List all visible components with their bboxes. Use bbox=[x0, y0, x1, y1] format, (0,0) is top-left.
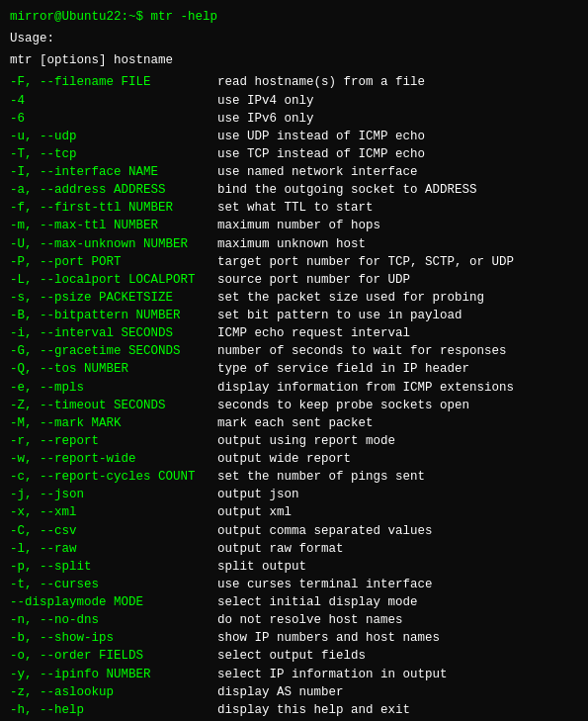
option-flag: -y, --ipinfo NUMBER bbox=[10, 666, 217, 683]
usage-cmd: mtr [options] hostname bbox=[10, 51, 578, 69]
option-desc: use UDP instead of ICMP echo bbox=[217, 128, 578, 145]
option-line: -I, --interface NAMEuse named network in… bbox=[10, 163, 578, 181]
option-flag: -T, --tcp bbox=[10, 145, 217, 163]
option-line: -4use IPv4 only bbox=[10, 92, 578, 110]
option-line: -L, --localport LOCALPORTsource port num… bbox=[10, 271, 578, 289]
option-flag: -F, --filename FILE bbox=[10, 73, 217, 91]
usage-header: Usage: bbox=[10, 30, 578, 47]
options-list: -F, --filename FILEread hostname(s) from… bbox=[10, 73, 578, 721]
option-flag: -e, --mpls bbox=[10, 379, 217, 397]
prompt-header: mirror@Ubuntu22:~$ mtr -help bbox=[10, 8, 578, 26]
option-line: -r, --reportoutput using report mode bbox=[10, 432, 578, 450]
option-line: --displaymode MODEselect initial display… bbox=[10, 593, 578, 611]
option-line: -o, --order FIELDSselect output fields bbox=[10, 647, 578, 665]
option-desc: set what TTL to start bbox=[217, 199, 578, 217]
option-line: -C, --csvoutput comma separated values bbox=[10, 522, 578, 540]
option-flag: -l, --raw bbox=[10, 540, 217, 558]
option-flag: -u, --udp bbox=[10, 128, 217, 145]
option-line: -T, --tcpuse TCP instead of ICMP echo bbox=[10, 145, 578, 163]
option-line: -m, --max-ttl NUMBERmaximum number of ho… bbox=[10, 217, 578, 234]
option-flag: -r, --report bbox=[10, 432, 217, 450]
option-flag: -Z, --timeout SECONDS bbox=[10, 397, 217, 414]
option-desc: use IPv6 only bbox=[217, 110, 578, 128]
option-flag: -C, --csv bbox=[10, 522, 217, 540]
option-desc: split output bbox=[217, 558, 578, 576]
option-line: -B, --bitpattern NUMBERset bit pattern t… bbox=[10, 307, 578, 324]
option-desc: type of service field in IP header bbox=[217, 360, 578, 378]
option-flag: -P, --port PORT bbox=[10, 253, 217, 271]
option-line: -U, --max-unknown NUMBERmaximum unknown … bbox=[10, 235, 578, 253]
option-line: -b, --show-ipsshow IP numbers and host n… bbox=[10, 629, 578, 647]
option-line: -M, --mark MARKmark each sent packet bbox=[10, 414, 578, 432]
option-desc: set bit pattern to use in payload bbox=[217, 307, 578, 324]
option-line: -Z, --timeout SECONDSseconds to keep pro… bbox=[10, 397, 578, 414]
option-line: -h, --helpdisplay this help and exit bbox=[10, 701, 578, 719]
option-line: -c, --report-cycles COUNTset the number … bbox=[10, 468, 578, 486]
option-line: -l, --rawoutput raw format bbox=[10, 540, 578, 558]
option-desc: maximum number of hops bbox=[217, 217, 578, 234]
option-desc: bind the outgoing socket to ADDRESS bbox=[217, 181, 578, 199]
option-line: -u, --udpuse UDP instead of ICMP echo bbox=[10, 128, 578, 145]
terminal-window: mirror@Ubuntu22:~$ mtr -help Usage: mtr … bbox=[10, 8, 578, 721]
option-line: -s, --psize PACKETSIZEset the packet siz… bbox=[10, 289, 578, 307]
option-desc: do not resolve host names bbox=[217, 611, 578, 629]
option-line: -P, --port PORTtarget port number for TC… bbox=[10, 253, 578, 271]
option-flag: -i, --interval SECONDS bbox=[10, 324, 217, 342]
option-desc: use named network interface bbox=[217, 163, 578, 181]
option-line: -i, --interval SECONDSICMP echo request … bbox=[10, 324, 578, 342]
option-line: -x, --xmloutput xml bbox=[10, 503, 578, 521]
option-line: -n, --no-dnsdo not resolve host names bbox=[10, 611, 578, 629]
option-desc: ICMP echo request interval bbox=[217, 324, 578, 342]
option-desc: output using report mode bbox=[217, 432, 578, 450]
option-flag: -m, --max-ttl NUMBER bbox=[10, 217, 217, 234]
option-desc: number of seconds to wait for responses bbox=[217, 342, 578, 360]
option-desc: use TCP instead of ICMP echo bbox=[217, 145, 578, 163]
option-line: -p, --splitsplit output bbox=[10, 558, 578, 576]
option-desc: source port number for UDP bbox=[217, 271, 578, 289]
option-line: -f, --first-ttl NUMBERset what TTL to st… bbox=[10, 199, 578, 217]
option-flag: -f, --first-ttl NUMBER bbox=[10, 199, 217, 217]
option-desc: select output fields bbox=[217, 647, 578, 665]
option-flag: -s, --psize PACKETSIZE bbox=[10, 289, 217, 307]
option-flag: -6 bbox=[10, 110, 217, 128]
option-desc: output comma separated values bbox=[217, 522, 578, 540]
option-flag: --displaymode MODE bbox=[10, 593, 217, 611]
option-flag: -I, --interface NAME bbox=[10, 163, 217, 181]
option-line: -F, --filename FILEread hostname(s) from… bbox=[10, 73, 578, 91]
option-desc: display this help and exit bbox=[217, 701, 578, 719]
option-flag: -L, --localport LOCALPORT bbox=[10, 271, 217, 289]
option-desc: output xml bbox=[217, 503, 578, 521]
option-desc: seconds to keep probe sockets open bbox=[217, 397, 578, 414]
option-desc: output wide report bbox=[217, 450, 578, 468]
option-flag: -o, --order FIELDS bbox=[10, 647, 217, 665]
option-flag: -x, --xml bbox=[10, 503, 217, 521]
option-line: -6use IPv6 only bbox=[10, 110, 578, 128]
option-line: -y, --ipinfo NUMBERselect IP information… bbox=[10, 666, 578, 683]
option-line: -a, --address ADDRESSbind the outgoing s… bbox=[10, 181, 578, 199]
option-line: -t, --cursesuse curses terminal interfac… bbox=[10, 576, 578, 593]
option-flag: -z, --aslookup bbox=[10, 683, 217, 701]
option-desc: use IPv4 only bbox=[217, 92, 578, 110]
option-flag: -n, --no-dns bbox=[10, 611, 217, 629]
option-line: -j, --jsonoutput json bbox=[10, 486, 578, 503]
option-flag: -p, --split bbox=[10, 558, 217, 576]
option-flag: -M, --mark MARK bbox=[10, 414, 217, 432]
option-line: -e, --mplsdisplay information from ICMP … bbox=[10, 379, 578, 397]
option-desc: set the packet size used for probing bbox=[217, 289, 578, 307]
option-flag: -w, --report-wide bbox=[10, 450, 217, 468]
option-flag: -G, --gracetime SECONDS bbox=[10, 342, 217, 360]
option-desc: display AS number bbox=[217, 683, 578, 701]
option-desc: read hostname(s) from a file bbox=[217, 73, 578, 91]
option-flag: -U, --max-unknown NUMBER bbox=[10, 235, 217, 253]
option-flag: -b, --show-ips bbox=[10, 629, 217, 647]
option-flag: -a, --address ADDRESS bbox=[10, 181, 217, 199]
option-flag: -4 bbox=[10, 92, 217, 110]
option-flag: -Q, --tos NUMBER bbox=[10, 360, 217, 378]
option-desc: output json bbox=[217, 486, 578, 503]
option-desc: output raw format bbox=[217, 540, 578, 558]
option-desc: maximum unknown host bbox=[217, 235, 578, 253]
prompt-user: mirror@Ubuntu22:~$ mtr -help bbox=[10, 10, 217, 24]
option-flag: -c, --report-cycles COUNT bbox=[10, 468, 217, 486]
option-line: -G, --gracetime SECONDSnumber of seconds… bbox=[10, 342, 578, 360]
option-line: -w, --report-wideoutput wide report bbox=[10, 450, 578, 468]
